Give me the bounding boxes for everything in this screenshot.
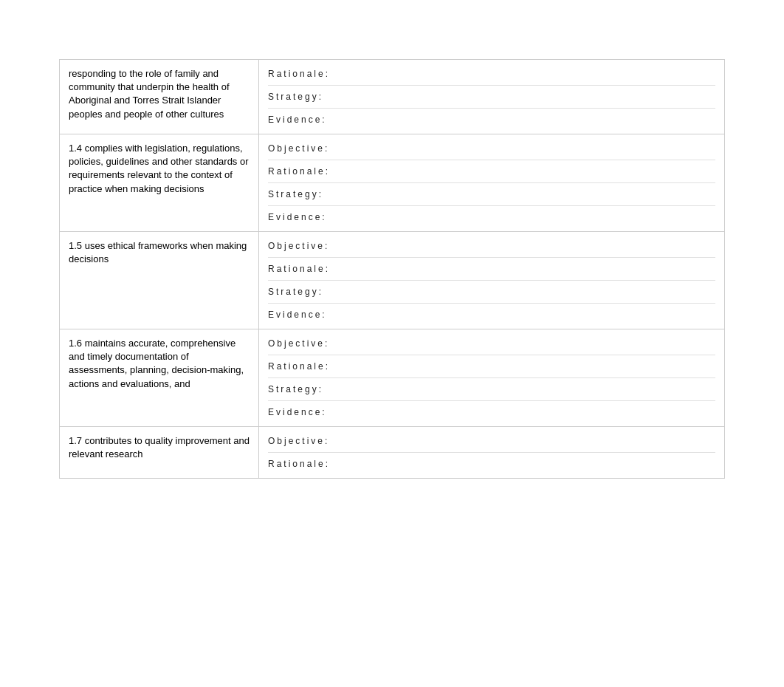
table-row: 1.4 complies with legislation, regulatio… [60, 134, 724, 232]
field-label: Evidence: [268, 112, 715, 128]
field-label: Rationale: [268, 358, 715, 378]
table-row: 1.6 maintains accurate, comprehensive an… [60, 329, 724, 427]
right-cell-4: Objective:Rationale: [259, 427, 724, 478]
left-cell-1: 1.4 complies with legislation, regulatio… [60, 134, 259, 231]
field-label: Objective: [268, 433, 715, 453]
table-row: 1.5 uses ethical frameworks when making … [60, 232, 724, 329]
right-cell-3: Objective:Rationale:Strategy:Evidence: [259, 329, 724, 426]
left-cell-2: 1.5 uses ethical frameworks when making … [60, 232, 259, 329]
field-label: Evidence: [268, 307, 715, 323]
page-container: responding to the role of family and com… [0, 0, 784, 479]
left-cell-4: 1.7 contributes to quality improvement a… [60, 427, 259, 478]
field-label: Strategy: [268, 186, 715, 206]
field-label: Rationale: [268, 163, 715, 183]
left-cell-0: responding to the role of family and com… [60, 60, 259, 134]
field-label: Objective: [268, 238, 715, 258]
field-label: Objective: [268, 140, 715, 160]
field-label: Rationale: [268, 66, 715, 86]
table-row: 1.7 contributes to quality improvement a… [60, 427, 724, 478]
field-label: Strategy: [268, 89, 715, 109]
field-label: Strategy: [268, 284, 715, 304]
table-row: responding to the role of family and com… [60, 60, 724, 134]
field-label: Evidence: [268, 209, 715, 225]
field-label: Objective: [268, 335, 715, 355]
right-cell-2: Objective:Rationale:Strategy:Evidence: [259, 232, 724, 329]
field-label: Evidence: [268, 404, 715, 420]
field-label: Rationale: [268, 261, 715, 281]
right-cell-1: Objective:Rationale:Strategy:Evidence: [259, 134, 724, 231]
field-label: Strategy: [268, 381, 715, 401]
field-label: Rationale: [268, 456, 715, 472]
left-cell-3: 1.6 maintains accurate, comprehensive an… [60, 329, 259, 426]
right-cell-0: Rationale:Strategy:Evidence: [259, 60, 724, 134]
main-table: responding to the role of family and com… [59, 59, 725, 479]
